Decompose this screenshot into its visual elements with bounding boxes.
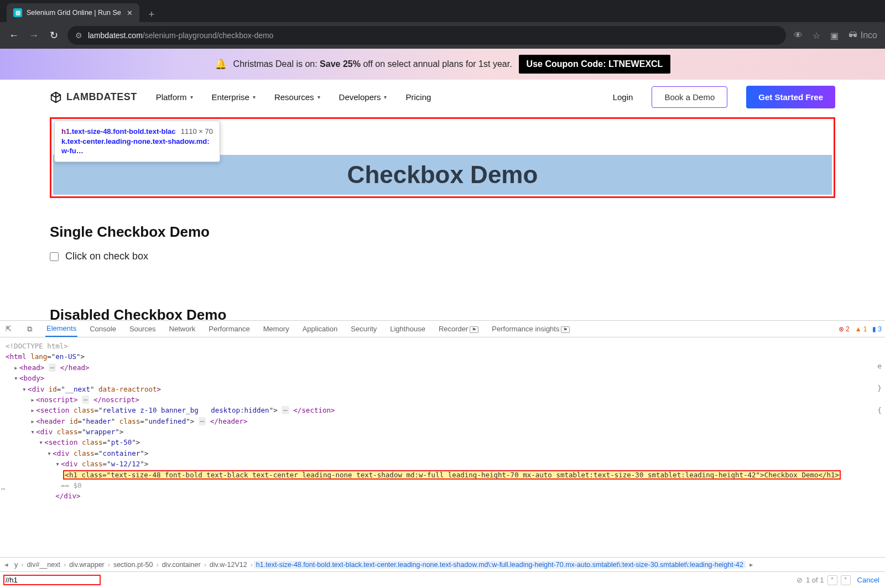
search-next-button[interactable]: ˅ xyxy=(841,575,851,585)
nav-enterprise[interactable]: Enterprise▾ xyxy=(212,92,256,102)
coupon-badge[interactable]: Use Coupon Code: LTNEWEXCL xyxy=(519,55,671,74)
nav-pricing[interactable]: Pricing xyxy=(405,92,431,102)
single-checkbox-row[interactable]: Click on check box xyxy=(50,251,835,262)
devtools-panel: ⇱ ⧉ Elements Console Sources Network Per… xyxy=(0,320,885,588)
dom-breadcrumb[interactable]: ◂ y› div#__next› div.wrapper› section.pt… xyxy=(0,557,885,571)
chevron-down-icon: ▾ xyxy=(384,94,387,100)
nav-platform[interactable]: Platform▾ xyxy=(156,92,193,102)
tab-title: Selenium Grid Online | Run Se xyxy=(27,9,121,17)
new-tab-button[interactable]: + xyxy=(144,7,159,22)
tab-memory[interactable]: Memory xyxy=(262,321,290,336)
tab-network[interactable]: Network xyxy=(168,321,197,336)
error-badge[interactable]: ⊗2 xyxy=(839,325,850,333)
tab-lighthouse[interactable]: Lighthouse xyxy=(389,321,426,336)
browser-tab[interactable]: ⊞ Selenium Grid Online | Run Se ✕ xyxy=(7,3,139,22)
inspector-tooltip: 1110 × 70 h1.text-size-48.font-bold.text… xyxy=(54,121,220,162)
issues-badge[interactable]: ▮3 xyxy=(872,325,882,333)
breadcrumb-next[interactable]: ▸ xyxy=(746,560,758,569)
single-checkbox[interactable] xyxy=(50,252,59,261)
logo-icon xyxy=(50,91,62,103)
chevron-down-icon: ▾ xyxy=(253,94,256,100)
browser-chrome: ⊞ Selenium Grid Online | Run Se ✕ + ← → … xyxy=(0,0,885,49)
incognito-indicator: 🕶 Inco xyxy=(848,30,877,40)
search-cancel-button[interactable]: Cancel xyxy=(857,576,879,584)
main-nav: Platform▾ Enterprise▾ Resources▾ Develop… xyxy=(156,92,431,102)
tab-performance[interactable]: Performance xyxy=(207,321,251,336)
bell-icon: 🔔 xyxy=(215,58,227,70)
selected-dom-node[interactable]: <h1 class="text-size-48 font-bold text-b… xyxy=(64,471,840,479)
devtools-tabstrip: ⇱ ⧉ Elements Console Sources Network Per… xyxy=(0,321,885,337)
section-heading-single: Single Checkbox Demo xyxy=(50,223,835,241)
book-demo-button[interactable]: Book a Demo xyxy=(652,86,727,108)
overflow-icon[interactable]: ⋯ xyxy=(1,485,6,493)
favicon-icon: ⊞ xyxy=(13,8,22,17)
page-title: Checkbox Demo xyxy=(347,161,538,189)
chevron-down-icon: ▾ xyxy=(317,94,320,100)
close-icon[interactable]: ✕ xyxy=(127,9,133,17)
browser-toolbar: ← → ↻ ⚙ lambdatest.com/selenium-playgrou… xyxy=(0,22,885,49)
checkbox-label: Click on check box xyxy=(65,251,148,262)
dom-search-input[interactable] xyxy=(6,576,98,584)
incognito-icon: 🕶 xyxy=(848,30,857,40)
device-icon[interactable]: ⧉ xyxy=(24,325,34,334)
site-settings-icon[interactable]: ⚙ xyxy=(75,31,82,40)
back-button[interactable]: ← xyxy=(8,30,20,41)
tab-console[interactable]: Console xyxy=(88,321,117,336)
site-header: LAMBDATEST Platform▾ Enterprise▾ Resourc… xyxy=(0,80,885,115)
warning-badge[interactable]: ▲1 xyxy=(855,325,867,333)
get-started-button[interactable]: Get Started Free xyxy=(746,86,835,108)
url-host: lambdatest.com xyxy=(88,31,143,40)
side-panel-icon[interactable]: ▣ xyxy=(830,30,839,41)
tab-sources[interactable]: Sources xyxy=(128,321,157,336)
reload-button[interactable]: ↻ xyxy=(48,29,60,41)
breadcrumb-prev[interactable]: ◂ xyxy=(0,560,12,569)
address-bar[interactable]: ⚙ lambdatest.com/selenium-playground/che… xyxy=(67,26,786,45)
styles-sidebar-hint: e}{ xyxy=(877,361,882,416)
nav-developers[interactable]: Developers▾ xyxy=(339,92,387,102)
eye-off-icon[interactable]: 👁 xyxy=(794,30,803,40)
dom-search-bar: ⊘ 1 of 1 ˄ ˅ Cancel xyxy=(0,571,885,588)
page-content: Checkbox Demo 1110 × 70 h1.text-size-48.… xyxy=(0,117,885,345)
login-link[interactable]: Login xyxy=(613,92,633,102)
clear-icon[interactable]: ⊘ xyxy=(796,576,803,584)
tab-elements[interactable]: Elements xyxy=(45,321,77,337)
tab-application[interactable]: Application xyxy=(301,321,339,336)
tab-strip: ⊞ Selenium Grid Online | Run Se ✕ + xyxy=(0,0,885,22)
url-path: /selenium-playground/checkbox-demo xyxy=(143,31,274,40)
dom-tree[interactable]: <!DOCTYPE html> <html lang="en-US"> ▸<he… xyxy=(0,337,885,557)
brand-logo[interactable]: LAMBDATEST xyxy=(50,91,137,103)
nav-resources[interactable]: Resources▾ xyxy=(274,92,320,102)
tab-security[interactable]: Security xyxy=(350,321,378,336)
inspect-icon[interactable]: ⇱ xyxy=(3,325,13,333)
tooltip-dimensions: 1110 × 70 xyxy=(181,127,213,137)
star-icon[interactable]: ☆ xyxy=(813,30,820,41)
tab-perf-insights[interactable]: Performance insights⚑ xyxy=(491,321,571,336)
promo-banner: 🔔 Christmas Deal is on: Save 25% off on … xyxy=(0,49,885,80)
chevron-down-icon: ▾ xyxy=(190,94,193,100)
tab-recorder[interactable]: Recorder⚑ xyxy=(438,321,480,336)
search-result-count: 1 of 1 xyxy=(806,576,824,584)
search-prev-button[interactable]: ˄ xyxy=(827,575,837,585)
forward-button[interactable]: → xyxy=(28,30,40,41)
